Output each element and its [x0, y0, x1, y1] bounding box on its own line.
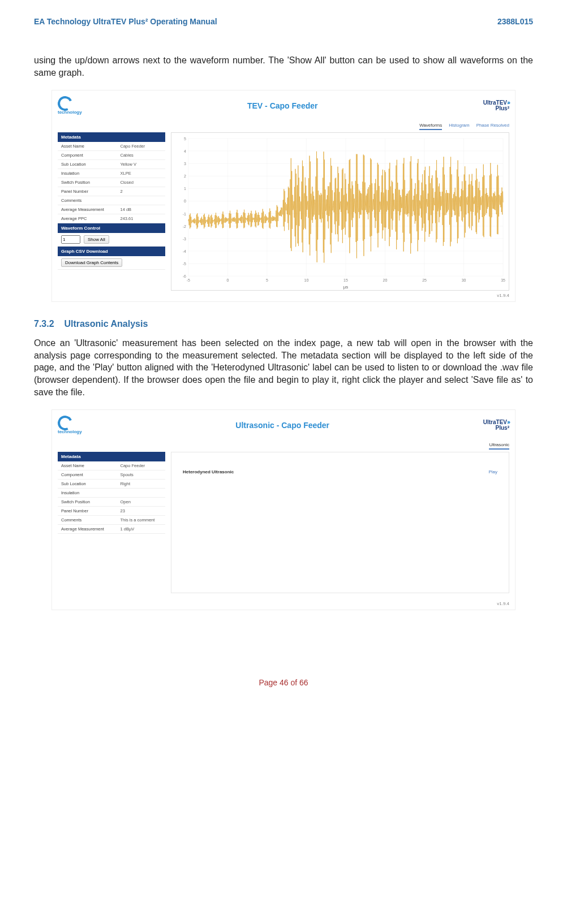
brand-sub: Plus²	[496, 425, 509, 431]
doc-header-left: EA Technology UltraTEV Plus² Operating M…	[34, 17, 217, 26]
ss2-version: v1.9.4	[58, 601, 509, 606]
svg-text:3: 3	[184, 162, 186, 166]
svg-text:2: 2	[184, 174, 186, 178]
svg-text:-6: -6	[183, 274, 186, 278]
svg-text:25: 25	[422, 278, 427, 282]
ss1-version: v1.9.4	[58, 293, 509, 298]
ultrasonic-main: Heterodyned Ultrasonic Play	[171, 452, 509, 593]
chart-svg: -6-5-4-3-2-1012345-505101520253035µs	[171, 133, 509, 290]
table-row: Panel Number2	[58, 187, 165, 196]
tab-histogram[interactable]: Histogram	[449, 123, 469, 130]
logo: technology	[58, 96, 82, 115]
paragraph-2: Once an 'Ultrasonic' measurement has bee…	[34, 337, 533, 398]
ss1-sidebar: Metadata Asset NameCapo Feeder Component…	[58, 132, 165, 270]
brand-sub: Plus²	[496, 105, 509, 111]
svg-text:10: 10	[304, 278, 309, 282]
paragraph-1: using the up/down arrows next to the wav…	[34, 54, 533, 79]
tab-phase-resolved[interactable]: Phase Resolved	[476, 123, 509, 130]
doc-header: EA Technology UltraTEV Plus² Operating M…	[34, 17, 533, 26]
metadata-table: Asset NameCapo Feeder ComponentSpouts Su…	[58, 461, 165, 534]
table-row: Sub LocationYellow V	[58, 160, 165, 169]
svg-text:-5: -5	[183, 262, 186, 266]
svg-text:30: 30	[462, 278, 466, 282]
waveform-control-header: Waveform Control	[58, 223, 165, 233]
screenshot-tev: technology TEV - Capo Feeder UltraTEV›››…	[51, 90, 516, 302]
play-link[interactable]: Play	[488, 469, 497, 474]
svg-text:0: 0	[184, 200, 186, 204]
table-row: Asset NameCapo Feeder	[58, 461, 165, 470]
ss1-header: technology TEV - Capo Feeder UltraTEV›››…	[58, 94, 509, 119]
metadata-table: Asset NameCapo Feeder ComponentCables Su…	[58, 142, 165, 223]
logo-text: technology	[58, 429, 82, 434]
svg-text:5: 5	[184, 137, 186, 141]
svg-text:0: 0	[226, 278, 229, 282]
table-row: ComponentCables	[58, 151, 165, 160]
svg-text:-3: -3	[183, 237, 186, 241]
svg-text:-1: -1	[183, 212, 186, 216]
ss2-sidebar: Metadata Asset NameCapo Feeder Component…	[58, 452, 165, 534]
doc-header-right: 2388L015	[497, 17, 533, 26]
svg-text:-5: -5	[187, 278, 190, 282]
table-row: Sub LocationRight	[58, 480, 165, 489]
tab-waveforms[interactable]: Waveforms	[419, 123, 442, 130]
svg-text:4: 4	[184, 149, 186, 153]
heterodyned-label: Heterodyned Ultrasonic	[183, 469, 234, 474]
svg-text:35: 35	[501, 278, 505, 282]
section-heading: 7.3.2 Ultrasonic Analysis	[34, 319, 533, 329]
ss2-header: technology Ultrasonic - Capo Feeder Ultr…	[58, 413, 509, 439]
svg-text:20: 20	[383, 278, 388, 282]
section-title: Ultrasonic Analysis	[64, 319, 148, 329]
svg-text:15: 15	[343, 278, 348, 282]
table-row: Comments	[58, 196, 165, 205]
section-number: 7.3.2	[34, 319, 54, 329]
table-row: Asset NameCapo Feeder	[58, 142, 165, 151]
download-button[interactable]: Download Graph Contents	[61, 258, 122, 267]
brand: UltraTEV››› Plus²	[483, 100, 509, 111]
svg-text:5: 5	[266, 278, 268, 282]
svg-text:µs: µs	[343, 284, 349, 290]
page-footer: Page 46 of 66	[34, 678, 533, 687]
ss2-title: Ultrasonic - Capo Feeder	[82, 421, 483, 430]
screenshot-ultrasonic: technology Ultrasonic - Capo Feeder Ultr…	[51, 409, 516, 610]
table-row: Average PPC243.61	[58, 214, 165, 223]
table-row: Average Measurement1 dBµV	[58, 525, 165, 534]
waveform-chart: -6-5-4-3-2-1012345-505101520253035µs	[171, 132, 509, 291]
table-row: Panel Number23	[58, 507, 165, 516]
waveform-number-input[interactable]	[61, 235, 80, 244]
ss2-tabs: Ultrasonic	[58, 442, 509, 450]
logo-text: technology	[58, 110, 82, 115]
show-all-button[interactable]: Show All	[84, 235, 109, 244]
table-row: Switch PositionClosed	[58, 178, 165, 187]
logo: technology	[58, 416, 82, 434]
table-row: Insulation	[58, 489, 165, 498]
metadata-header: Metadata	[58, 132, 165, 142]
table-row: Switch PositionOpen	[58, 498, 165, 507]
table-row: InsulationXLPE	[58, 169, 165, 178]
tab-ultrasonic[interactable]: Ultrasonic	[489, 442, 509, 450]
metadata-header: Metadata	[58, 452, 165, 461]
table-row: Average Measurement14 dB	[58, 205, 165, 214]
table-row: ComponentSpouts	[58, 470, 165, 480]
csv-download-header: Graph CSV Download	[58, 247, 165, 256]
brand: UltraTEV››› Plus²	[483, 420, 509, 431]
ss1-tabs: Waveforms Histogram Phase Resolved	[58, 123, 509, 130]
table-row: CommentsThis is a comment	[58, 516, 165, 525]
svg-text:-2: -2	[183, 224, 186, 228]
ss1-title: TEV - Capo Feeder	[82, 101, 483, 110]
svg-text:1: 1	[184, 187, 186, 191]
svg-text:-4: -4	[183, 249, 186, 253]
